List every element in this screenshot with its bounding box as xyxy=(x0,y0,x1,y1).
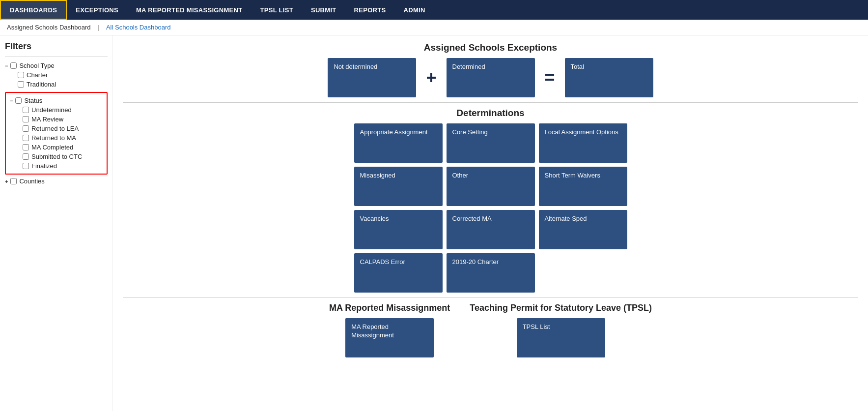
short-term-waivers-card[interactable]: Short Term Waivers xyxy=(539,167,627,206)
core-setting-card[interactable]: Core Setting xyxy=(447,123,535,163)
charter-label: Charter xyxy=(27,71,48,79)
det-divider xyxy=(123,297,858,298)
ma-reported-card[interactable]: MA Reported Misassignment xyxy=(345,318,434,357)
returned-ma-checkbox[interactable] xyxy=(23,135,29,141)
filter-group-school-type: − School Type Charter Traditional xyxy=(5,61,108,89)
determinations-grid: Appropriate Assignment Misassigned Vacan… xyxy=(123,123,858,293)
finalized-label: Finalized xyxy=(31,162,57,170)
counties-label: Counties xyxy=(19,178,44,185)
other-card[interactable]: Other xyxy=(447,167,535,206)
finalized-checkbox[interactable] xyxy=(23,163,29,169)
ma-reported-title: MA Reported Misassignment xyxy=(329,303,450,313)
appropriate-assignment-card[interactable]: Appropriate Assignment xyxy=(354,123,443,163)
traditional-label: Traditional xyxy=(27,81,56,88)
ma-reported-section: MA Reported Misassignment MA Reported Mi… xyxy=(329,303,450,357)
school-type-label: School Type xyxy=(19,62,54,69)
tpsl-list-card[interactable]: TPSL List xyxy=(517,318,605,357)
nav-dashboards[interactable]: DASHBOARDS xyxy=(0,0,67,20)
det-left-col: Appropriate Assignment Misassigned Vacan… xyxy=(354,123,443,293)
school-type-toggle[interactable]: − xyxy=(5,63,8,69)
returned-lea-row: Returned to LEA xyxy=(10,124,103,133)
traditional-checkbox[interactable] xyxy=(18,81,24,88)
plus-symbol: + xyxy=(421,67,441,88)
ma-completed-checkbox[interactable] xyxy=(23,144,29,150)
determinations-title: Determinations xyxy=(123,108,858,119)
status-label: Status xyxy=(24,97,42,104)
nav-ma-reported[interactable]: MA REPORTED MISASSIGNMENT xyxy=(127,0,251,20)
misassigned-card[interactable]: Misassigned xyxy=(354,167,443,206)
total-card[interactable]: Total xyxy=(565,58,653,97)
returned-lea-checkbox[interactable] xyxy=(23,125,29,132)
finalized-row: Finalized xyxy=(10,161,103,171)
det-mid-col: Core Setting Other Corrected MA 2019-20 … xyxy=(447,123,535,293)
determined-card[interactable]: Determined xyxy=(447,58,535,97)
tpsl-title: Teaching Permit for Statutory Leave (TPS… xyxy=(470,303,652,313)
subnav-assigned-schools[interactable]: Assigned Schools Dashboard xyxy=(5,23,93,32)
not-determined-card[interactable]: Not determined xyxy=(328,58,416,97)
corrected-ma-card[interactable]: Corrected MA xyxy=(447,210,535,249)
submitted-ctc-row: Submitted to CTC xyxy=(10,152,103,161)
status-checkbox[interactable] xyxy=(15,97,22,104)
sidebar-title: Filters xyxy=(5,41,108,52)
school-type-checkbox[interactable] xyxy=(10,62,17,69)
sidebar: Filters − School Type Charter Traditiona… xyxy=(0,35,113,411)
ma-completed-row: MA Completed xyxy=(10,143,103,152)
returned-ma-row: Returned to MA xyxy=(10,133,103,143)
traditional-row: Traditional xyxy=(5,80,108,89)
nav-reports[interactable]: REPORTS xyxy=(345,0,395,20)
ma-review-row: MA Review xyxy=(10,115,103,124)
alternate-sped-card[interactable]: Alternate Sped xyxy=(539,210,627,249)
vacancies-card[interactable]: Vacancies xyxy=(354,210,443,249)
filter-group-status: − Status Undetermined MA Review Returned… xyxy=(5,92,108,175)
filter-divider xyxy=(5,57,108,57)
assigned-exceptions-title: Assigned Schools Exceptions xyxy=(123,42,858,53)
equals-symbol: = xyxy=(540,67,560,88)
charter-checkbox[interactable] xyxy=(18,72,24,78)
charter-2019-card[interactable]: 2019-20 Charter xyxy=(447,253,535,293)
bottom-sections: MA Reported Misassignment MA Reported Mi… xyxy=(123,303,858,357)
exceptions-divider xyxy=(123,102,858,103)
content-area: Assigned Schools Exceptions Not determin… xyxy=(113,35,868,411)
ma-completed-label: MA Completed xyxy=(31,144,73,151)
subnav-divider: | xyxy=(98,24,99,31)
charter-row: Charter xyxy=(5,70,108,80)
det-right-col: Local Assignment Options Short Term Waiv… xyxy=(539,123,627,293)
undetermined-label: Undetermined xyxy=(31,106,72,114)
status-toggle[interactable]: − xyxy=(10,98,13,104)
returned-ma-label: Returned to MA xyxy=(31,134,76,142)
top-navigation: DASHBOARDS EXCEPTIONS MA REPORTED MISASS… xyxy=(0,0,868,20)
counties-row: + Counties xyxy=(5,178,108,185)
counties-checkbox[interactable] xyxy=(10,178,17,184)
tpsl-section: Teaching Permit for Statutory Leave (TPS… xyxy=(470,303,652,357)
local-assignment-card[interactable]: Local Assignment Options xyxy=(539,123,627,163)
ma-review-label: MA Review xyxy=(31,116,63,123)
nav-exceptions[interactable]: EXCEPTIONS xyxy=(67,0,127,20)
sub-navigation: Assigned Schools Dashboard | All Schools… xyxy=(0,20,868,35)
counties-toggle[interactable]: + xyxy=(5,178,8,184)
exceptions-row: Not determined + Determined = Total xyxy=(123,58,858,97)
nav-submit[interactable]: SUBMIT xyxy=(302,0,345,20)
submitted-ctc-checkbox[interactable] xyxy=(23,153,29,160)
undetermined-checkbox[interactable] xyxy=(23,107,29,113)
calpads-error-card[interactable]: CALPADS Error xyxy=(354,253,443,293)
subnav-all-schools[interactable]: All Schools Dashboard xyxy=(104,23,173,32)
nav-tpsl-list[interactable]: TPSL LIST xyxy=(251,0,302,20)
ma-review-checkbox[interactable] xyxy=(23,116,29,122)
main-layout: Filters − School Type Charter Traditiona… xyxy=(0,35,868,411)
submitted-ctc-label: Submitted to CTC xyxy=(31,153,82,160)
returned-lea-label: Returned to LEA xyxy=(31,125,79,132)
undetermined-row: Undetermined xyxy=(10,105,103,115)
nav-admin[interactable]: ADMIN xyxy=(395,0,434,20)
school-type-header: − School Type xyxy=(5,61,108,70)
status-header: − Status xyxy=(10,96,103,105)
